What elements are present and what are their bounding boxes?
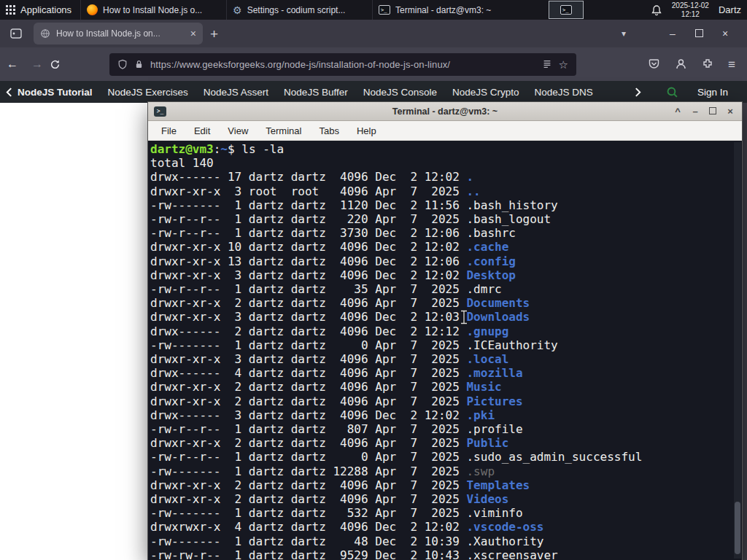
terminal-maximize-button[interactable] [707,106,719,116]
file-name: .pki [466,408,495,422]
terminal-scrollbar-thumb[interactable] [735,502,740,554]
terminal-output-row: drwxr-xr-x 2 dartz dartz 4096 Apr 7 2025… [150,478,742,492]
terminal-output-row: drwxrwxr-x 4 dartz dartz 4096 Dec 2 12:0… [150,520,742,534]
terminal-menu-view[interactable]: View [228,125,248,136]
file-name: .profile [466,422,522,436]
file-name: .vscode-oss [466,520,543,534]
terminal-scrollbar[interactable] [734,142,741,559]
browser-tab[interactable]: How to Install Node.js on... × [34,23,203,44]
terminal-icon: >_ [560,5,572,15]
navbar-right-icons: ≡ [648,58,747,71]
reader-mode-icon[interactable] [542,59,552,69]
menu-hamburger-icon[interactable]: ≡ [728,58,735,71]
file-name: Desktop [466,268,515,282]
prompt-user-host: dartz@vm3 [150,142,214,156]
clock[interactable]: 2025-12-02 12:12 [672,1,709,18]
applications-menu[interactable]: Applications [0,0,80,20]
search-icon[interactable] [666,86,678,98]
terminal-menu-edit[interactable]: Edit [194,125,210,136]
taskbar-window-title: How to Install Node.js o... [103,5,220,15]
list-all-tabs-icon[interactable]: ▾ [622,28,626,39]
file-name: .dmrc [466,282,501,296]
terminal-output-row: drwx------ 4 dartz dartz 4096 Apr 7 2025… [150,366,742,380]
bookmark-star-icon[interactable]: ☆ [559,59,568,70]
file-name: . [466,170,473,184]
tab-title: How to Install Node.js on... [56,28,185,39]
maximize-box-icon [695,29,703,37]
file-name: Templates [466,478,530,492]
terminal-output-row: drwxr-xr-x 2 dartz dartz 4096 Apr 7 2025… [150,436,742,450]
sign-in-button[interactable]: Sign In [697,87,728,98]
nav-scroll-left-icon[interactable] [0,88,18,97]
notification-bell-icon[interactable] [651,4,662,16]
url-bar[interactable]: https://www.geeksforgeeks.org/node-js/in… [109,53,576,76]
lock-icon[interactable] [134,59,144,69]
terminal-window-controls: ^ – × [672,106,736,116]
gear-icon: ⚙ [233,5,242,15]
url-text[interactable]: https://www.geeksforgeeks.org/node-js/in… [150,59,535,70]
page-scrollbar[interactable] [742,103,747,560]
terminal-menu-help[interactable]: Help [357,125,376,136]
clock-time: 12:12 [672,10,709,19]
terminal-output-row: drwx------ 17 dartz dartz 4096 Dec 2 12:… [150,170,742,184]
nav-scroll-right-icon[interactable] [630,88,647,97]
terminal-output-row: drwx------ 3 dartz dartz 4096 Dec 2 12:0… [150,408,742,422]
firefox-view-icon[interactable] [9,26,23,41]
gfg-nav-item[interactable]: NodeJS Tutorial [18,87,93,98]
tab-close-icon[interactable]: × [190,28,196,39]
maximize-box-icon [709,107,716,114]
reload-button[interactable] [50,59,74,70]
taskbar-window-firefox[interactable]: How to Install Node.js o... [81,0,226,20]
terminal-output-row: drwxr-xr-x 2 dartz dartz 4096 Apr 7 2025… [150,380,742,394]
terminal-output-row: -rw-rw-r-- 1 dartz dartz 9529 Dec 2 10:4… [150,548,742,560]
applications-label: Applications [20,4,71,15]
terminal-shade-button[interactable]: ^ [672,106,684,116]
desktop: Applications How to Install Node.js o...… [0,0,747,560]
new-tab-button[interactable]: + [210,27,218,41]
file-name: .Xauthority [466,534,543,548]
taskbar-window-terminal[interactable]: >_ Terminal - dartz@vm3: ~ [373,0,518,20]
window-controls: ▾ – × [622,28,747,39]
pocket-icon[interactable] [648,58,660,70]
terminal-menu-tabs[interactable]: Tabs [319,125,338,136]
window-close-button[interactable]: × [712,28,738,39]
taskbar-tray: 2025-12-02 12:12 Dartz [651,0,747,20]
account-icon[interactable] [675,58,687,70]
gfg-nav-item[interactable]: NodeJS Crypto [452,87,519,98]
prompt-path: ~ [220,142,228,156]
extensions-icon[interactable] [702,58,713,70]
terminal-output-row: drwxr-xr-x 13 dartz dartz 4096 Dec 2 12:… [150,254,742,268]
terminal-output-row: -rw-r--r-- 1 dartz dartz 35 Apr 7 2025 .… [150,282,742,296]
file-name: .bash_history [466,198,557,212]
terminal-prompt-line: dartz@vm3:~$ ls -la [150,142,742,156]
gfg-nav-item[interactable]: NodeJS Exercises [108,87,188,98]
taskbar-terminal-indicator[interactable]: >_ [549,1,584,19]
file-name: .ICEauthority [466,338,557,352]
file-name: Documents [466,296,530,310]
window-minimize-button[interactable]: – [659,28,686,39]
terminal-minimize-button[interactable]: – [689,106,701,116]
terminal-close-button[interactable]: × [724,106,736,116]
tracking-shield-icon[interactable] [117,59,128,70]
terminal-output-row: -rw------- 1 dartz dartz 48 Dec 2 10:39 … [150,534,742,548]
gfg-nav-item[interactable]: NodeJS Buffer [284,87,348,98]
gfg-nav-item[interactable]: NodeJS DNS [535,87,593,98]
terminal-menu-file[interactable]: File [161,125,177,136]
terminal-output-row: -rw-r--r-- 1 dartz dartz 807 Apr 7 2025 … [150,422,742,436]
taskbar-window-settings[interactable]: ⚙ Settings - codium script... [227,0,372,20]
terminal-titlebar[interactable]: >_ Terminal - dartz@vm3: ~ ^ – × [148,102,742,121]
terminal-output-row: -rw-r--r-- 1 dartz dartz 220 Apr 7 2025 … [150,212,742,226]
terminal-output-row: drwxr-xr-x 2 dartz dartz 4096 Apr 7 2025… [150,394,742,408]
forward-button[interactable]: → [25,58,50,71]
gfg-nav-item[interactable]: NodeJS Console [363,87,437,98]
back-button[interactable]: ← [0,58,25,71]
terminal-output-row: drwxr-xr-x 10 dartz dartz 4096 Dec 2 12:… [150,240,742,254]
gfg-nav-item[interactable]: NodeJS Assert [204,87,268,98]
terminal-menu-terminal[interactable]: Terminal [266,125,301,136]
gfg-navbar-right: Sign In [630,86,747,98]
user-menu[interactable]: Dartz [719,4,741,15]
window-maximize-button[interactable] [686,28,712,39]
terminal-output-row: -rw------- 1 dartz dartz 12288 Apr 7 202… [150,464,742,478]
terminal-output-row: drwxr-xr-x 3 dartz dartz 4096 Dec 2 12:0… [150,310,742,324]
terminal-screen[interactable]: dartz@vm3:~$ ls -la total 140 drwx------… [148,141,742,560]
